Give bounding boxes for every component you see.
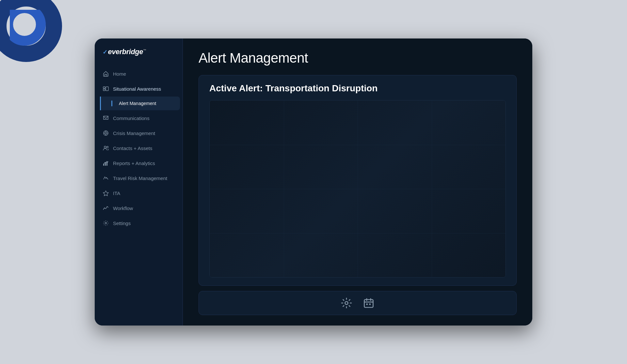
logo: ✓everbridge™ [103,48,146,56]
svg-rect-12 [105,162,106,166]
svg-rect-17 [366,304,368,305]
bg-decoration [0,0,65,65]
sub-item-bar [111,100,112,106]
sidebar-item-travel-risk-label: Travel Risk Management [113,175,167,181]
map-content [210,100,506,277]
sidebar-item-situational-awareness[interactable]: Situational Awareness [97,82,180,96]
sidebar-item-home[interactable]: Home [97,67,180,81]
sidebar-item-situational-awareness-label: Situational Awareness [113,86,161,92]
svg-point-9 [104,146,106,148]
sidebar-item-reports-analytics[interactable]: Reports + Analytics [97,156,180,170]
toolbar-gear-button[interactable] [341,297,352,309]
svg-rect-2 [106,87,108,91]
sidebar-item-ita-label: ITA [113,190,120,196]
svg-rect-13 [106,161,107,166]
sidebar-item-crisis-management[interactable]: Crisis Management [97,126,180,140]
alert-label: Active Alert: [209,83,265,93]
content-area: Active Alert: Transportation Disruption [183,75,532,286]
nav-menu: Home Situational Awareness Alert Managem… [95,67,183,326]
alert-card: Active Alert: Transportation Disruption [199,75,517,286]
alert-title: Active Alert: Transportation Disruption [209,83,506,94]
svg-rect-11 [103,164,104,166]
logo-area: ✓everbridge™ [95,38,183,67]
sidebar-item-workflow[interactable]: Workflow [97,201,180,215]
sidebar-item-workflow-label: Workflow [113,205,133,211]
workflow-icon [103,205,109,211]
svg-rect-16 [364,300,373,308]
sidebar-item-travel-risk[interactable]: Travel Risk Management [97,171,180,185]
svg-point-15 [345,302,348,305]
main-content: Alert Management Active Alert: Transport… [183,38,532,326]
page-title: Alert Management [199,50,517,66]
sidebar-item-ita[interactable]: ITA [97,186,180,200]
logo-check-icon: ✓ [103,49,107,55]
app-window: ✓everbridge™ Home [95,38,532,326]
crisis-icon [103,130,109,136]
map-grid-line-v1 [284,100,284,277]
alert-name: Transportation Disruption [265,83,378,93]
sidebar-item-home-label: Home [113,71,126,77]
map-grid-line-v3 [432,100,432,277]
sidebar-item-contacts-assets[interactable]: Contacts + Assets [97,141,180,155]
svg-point-14 [105,222,107,224]
comm-icon [103,115,109,121]
sidebar-item-communications[interactable]: Communications [97,111,180,125]
sidebar: ✓everbridge™ Home [95,38,183,326]
home-icon [103,70,109,77]
logo-tm: ™ [143,49,146,52]
svg-rect-1 [103,89,105,91]
sidebar-item-contacts-assets-label: Contacts + Assets [113,145,152,151]
sidebar-item-alert-management[interactable]: Alert Management [100,97,180,110]
map-grid-line-v2 [358,100,358,277]
svg-rect-0 [103,87,105,88]
contacts-icon [103,145,109,151]
toolbar-calendar-button[interactable] [363,297,375,309]
awareness-icon [103,85,109,92]
settings-icon [103,220,109,226]
sidebar-item-settings-label: Settings [113,220,131,226]
svg-point-10 [107,146,108,148]
svg-rect-18 [369,304,371,305]
sidebar-item-reports-analytics-label: Reports + Analytics [113,160,155,166]
sidebar-item-settings[interactable]: Settings [97,216,180,230]
sidebar-item-crisis-management-label: Crisis Management [113,130,155,136]
alert-map-area[interactable] [209,100,506,278]
travel-icon [103,175,109,181]
sidebar-item-communications-label: Communications [113,115,150,121]
reports-icon [103,160,109,166]
page-header: Alert Management [183,38,532,75]
bottom-toolbar [199,291,517,315]
svg-point-4 [105,132,107,134]
sidebar-item-alert-management-label: Alert Management [119,101,156,106]
ita-icon [103,190,109,196]
